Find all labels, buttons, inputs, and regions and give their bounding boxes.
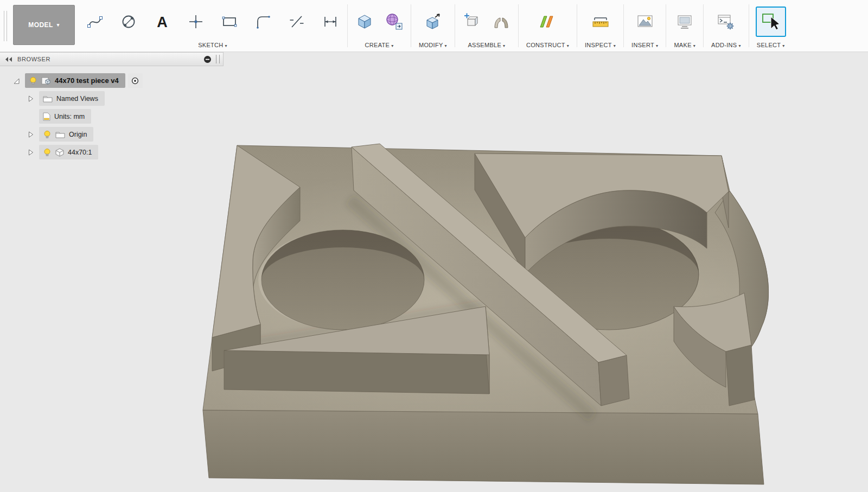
- press-pull-tool-button[interactable]: [422, 8, 444, 36]
- svg-text:A: A: [157, 14, 168, 30]
- text-tool-button[interactable]: A: [151, 8, 174, 36]
- workspace-switcher[interactable]: MODEL ▾: [13, 5, 75, 45]
- dimension-icon: [322, 14, 339, 30]
- lightbulb-icon[interactable]: [43, 148, 52, 157]
- point-tool-button[interactable]: [184, 8, 207, 36]
- joint-tool-button[interactable]: [490, 8, 513, 36]
- lightbulb-icon[interactable]: [29, 76, 37, 85]
- toolbar-separator: [577, 4, 577, 47]
- tree-node-body[interactable]: 44x70:1: [39, 145, 98, 159]
- tree-row-body: 44x70:1: [0, 143, 224, 161]
- create-form-tool-button[interactable]: [382, 8, 405, 36]
- toolbar-group-modify: MODIFY▾: [412, 0, 454, 52]
- sketch-dimension-tool-button[interactable]: [319, 8, 342, 36]
- circle-tool-button[interactable]: [117, 8, 140, 36]
- tree-node-label: 44x70:1: [68, 149, 92, 156]
- chevron-down-icon: ▾: [656, 43, 658, 48]
- tree-row-units: Units: mm: [0, 107, 224, 125]
- tree-node-units[interactable]: Units: mm: [39, 109, 91, 124]
- main-toolbar: MODEL ▾ A: [0, 0, 868, 52]
- toolbar-separator: [455, 4, 455, 47]
- toolbar-separator: [666, 4, 666, 47]
- toolbar-separator: [347, 4, 348, 47]
- expand-root-button[interactable]: [12, 77, 20, 85]
- measure-ruler-icon: [591, 12, 610, 31]
- trim-tool-button[interactable]: [285, 8, 308, 36]
- measure-tool-button[interactable]: [589, 8, 612, 36]
- chevron-down-icon: ▾: [391, 43, 393, 48]
- fillet-tool-button[interactable]: [252, 8, 275, 36]
- new-component-tool-button[interactable]: [461, 8, 483, 36]
- toolbar-group-sketch: A SKETCH▾: [79, 0, 346, 52]
- tree-node-label: 44x70 test piece v4: [55, 76, 119, 85]
- browser-tree: 44x70 test piece v4 Named Views Units: m…: [0, 66, 224, 161]
- 3d-print-icon: [675, 12, 694, 31]
- toolbar-grip[interactable]: [0, 0, 11, 52]
- browser-panel: BROWSER 44x70 test piece v4: [0, 52, 224, 161]
- expand-origin-button[interactable]: [28, 131, 34, 138]
- ground-indicator-button[interactable]: [128, 73, 143, 88]
- form-sphere-icon: [385, 12, 403, 31]
- chevron-right-icon: [28, 95, 34, 103]
- point-icon: [188, 14, 204, 30]
- toolbar-group-insert: INSERT▾: [625, 0, 665, 52]
- fillet-icon: [255, 14, 271, 30]
- tree-node-named-views[interactable]: Named Views: [39, 91, 105, 106]
- chevron-down-icon: ▾: [614, 43, 616, 48]
- 3d-print-tool-button[interactable]: [673, 8, 696, 36]
- expand-named-views-button[interactable]: [28, 95, 34, 103]
- joint-icon: [492, 12, 510, 31]
- menu-select[interactable]: SELECT▾: [755, 41, 787, 50]
- scripts-add-ins-tool-button[interactable]: [714, 8, 737, 36]
- menu-add-ins[interactable]: ADD-INS▾: [709, 41, 743, 50]
- menu-create[interactable]: CREATE▾: [363, 41, 396, 50]
- chevron-down-icon: ▾: [782, 43, 784, 48]
- component-document-icon: [41, 76, 51, 85]
- new-body-tool-button[interactable]: [353, 8, 376, 36]
- canvas-tool-button[interactable]: [634, 8, 656, 36]
- lightbulb-icon[interactable]: [43, 130, 52, 139]
- tree-node-origin[interactable]: Origin: [39, 127, 93, 142]
- pocket-circle-left[interactable]: [258, 230, 424, 330]
- select-tool-button[interactable]: [756, 7, 786, 37]
- radio-circle-icon: [131, 77, 139, 85]
- tree-row-origin: Origin: [0, 125, 224, 143]
- select-cursor-icon: [760, 10, 782, 33]
- toolbar-separator: [749, 4, 749, 47]
- spline-tool-button[interactable]: [84, 8, 106, 36]
- box-icon: [355, 12, 374, 31]
- display-settings-button[interactable]: [203, 55, 212, 63]
- new-component-icon: [463, 12, 481, 31]
- tree-row-named-views: Named Views: [0, 90, 224, 107]
- menu-sketch[interactable]: SKETCH▾: [196, 41, 229, 50]
- workspace-label: MODEL: [28, 21, 53, 29]
- tree-node-label: Units: mm: [54, 113, 85, 120]
- toolbar-group-make: MAKE▾: [667, 0, 702, 52]
- base-front-face[interactable]: [203, 410, 764, 484]
- toolbar-group-add-ins: ADD-INS▾: [705, 0, 748, 52]
- scripts-terminal-gear-icon: [717, 12, 735, 31]
- folder-icon: [43, 95, 53, 103]
- menu-insert[interactable]: INSERT▾: [629, 41, 660, 50]
- chevron-down-icon: ▾: [567, 43, 569, 48]
- rectangle-tool-button[interactable]: [218, 8, 241, 36]
- toolbar-separator: [518, 4, 519, 47]
- folder-icon: [55, 131, 65, 138]
- expand-body-button[interactable]: [28, 149, 34, 156]
- collapse-panel-button[interactable]: [4, 56, 13, 62]
- menu-modify[interactable]: MODIFY▾: [417, 41, 449, 50]
- cube-body-icon: [55, 148, 64, 157]
- construction-plane-tool-button[interactable]: [536, 8, 559, 36]
- menu-construct[interactable]: CONSTRUCT▾: [524, 41, 571, 50]
- toolbar-group-select: SELECT▾: [750, 0, 792, 52]
- tree-node-root-document[interactable]: 44x70 test piece v4: [25, 73, 125, 88]
- trim-icon: [289, 14, 305, 30]
- chevron-down-icon: ▾: [225, 43, 227, 48]
- menu-inspect[interactable]: INSPECT▾: [583, 41, 618, 50]
- double-chevron-left-icon: [4, 56, 13, 62]
- model-body-44x70[interactable]: [203, 144, 769, 484]
- tree-node-label: Named Views: [56, 95, 98, 103]
- menu-make[interactable]: MAKE▾: [672, 41, 698, 50]
- panel-grip-icon[interactable]: [216, 55, 220, 63]
- menu-assemble[interactable]: ASSEMBLE▾: [465, 41, 507, 50]
